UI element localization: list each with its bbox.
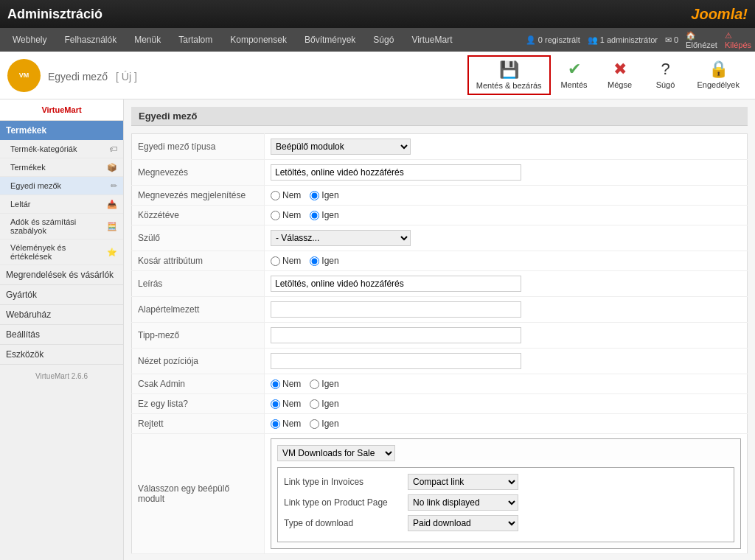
kosar-nem-radio[interactable] — [271, 256, 280, 266]
megj-igen-radio[interactable] — [310, 191, 319, 200]
sidebar-nav-webaruhaz[interactable]: Webáruház — [0, 305, 123, 325]
sidebar-nav-gyartok[interactable]: Gyártók — [0, 285, 123, 305]
field-rejtett: Rejtett Nem Igen — [132, 414, 748, 434]
save-close-icon: 💾 — [499, 60, 519, 80]
field-kosar: Kosár attribútum Nem Igen — [132, 251, 748, 271]
lista-nem-label[interactable]: Nem — [271, 399, 301, 409]
nav-tartalom[interactable]: Tartalom — [170, 30, 221, 49]
download-type-label: Type of download — [284, 518, 402, 528]
save-close-button[interactable]: 💾 Mentés & bezárás — [467, 55, 551, 95]
rejtett-igen-radio[interactable] — [310, 419, 319, 429]
field-csak-admin-value: Nem Igen — [265, 374, 748, 394]
field-kosar-value: Nem Igen — [265, 251, 748, 271]
sidebar-item-termek-kategoriak[interactable]: Termék-kategóriák — [0, 140, 123, 158]
sidebar-item-leltar[interactable]: Leltár — [0, 195, 123, 214]
leiras-input[interactable] — [271, 276, 521, 292]
lista-nem-radio[interactable] — [271, 399, 280, 409]
nav-webhely[interactable]: Webhely — [4, 30, 55, 49]
kosar-igen-label[interactable]: Igen — [310, 256, 338, 266]
app-title: Adminisztráció — [7, 7, 691, 22]
nav-logout[interactable]: ⚠ Kilépés — [725, 31, 751, 49]
field-leiras-value — [265, 271, 748, 297]
sidebar-item-adok[interactable]: Adók és számítási szabályok — [0, 214, 123, 239]
alapert-input[interactable] — [271, 301, 521, 318]
csak-admin-nem-label[interactable]: Nem — [271, 379, 301, 389]
sidebar-nav-eszkozok[interactable]: Eszközök — [0, 345, 123, 365]
megj-radio-group: Nem Igen — [271, 190, 741, 200]
sidebar-nav-beallitas[interactable]: Beállítás — [0, 325, 123, 345]
page-title: Egyedi mező [ Új ] — [48, 66, 137, 85]
module-inner: Link type in Invoices Compact link Full … — [278, 468, 734, 542]
tipp-input[interactable] — [271, 327, 521, 343]
csak-admin-igen-radio[interactable] — [310, 379, 319, 389]
csak-admin-nem-radio[interactable] — [271, 379, 280, 389]
link-invoices-select[interactable]: Compact link Full link No link displayed — [408, 474, 518, 490]
lista-igen-radio[interactable] — [310, 399, 319, 409]
nav-sugo[interactable]: Súgó — [364, 30, 403, 49]
rejtett-nem-radio[interactable] — [271, 419, 280, 429]
sidebar-version: VirtueMart 2.6.6 — [0, 365, 123, 388]
cancel-button[interactable]: ✖ Mégse — [598, 55, 642, 95]
field-kozzeteve: Közzétéve Nem Igen — [132, 206, 748, 225]
nav-felhasznalok[interactable]: Felhasználók — [55, 30, 125, 49]
field-rejtett-label: Rejtett — [132, 414, 265, 434]
nav-registered: 👤 0 regisztrált — [526, 35, 580, 45]
megj-igen-label[interactable]: Igen — [310, 190, 338, 200]
field-lista: Ez egy lista? Nem Igen — [132, 394, 748, 414]
nav-komponensek[interactable]: Komponensek — [221, 30, 296, 49]
tray-icon — [107, 199, 117, 209]
download-type-select[interactable]: Paid download Free download — [408, 515, 518, 531]
tag-icon — [109, 144, 117, 154]
calc-icon — [107, 221, 117, 231]
kosar-nem-label[interactable]: Nem — [271, 256, 301, 266]
nav-bovitmenyek[interactable]: Bővítmények — [296, 30, 364, 49]
field-szulo: Szülő - Válassz... — [132, 225, 748, 251]
link-product-label: Link type on Product Page — [284, 497, 402, 508]
field-megj-label: Megnevezés megjelenítése — [132, 186, 265, 206]
nav-virtuemart[interactable]: VirtueMart — [403, 30, 461, 49]
megnevezes-input[interactable] — [271, 164, 521, 181]
content-area: Egyedi mező Egyedi mező típusa Beépülő m… — [124, 99, 755, 560]
permissions-button[interactable]: 🔒 Engedélyek — [689, 55, 748, 95]
lista-igen-label[interactable]: Igen — [310, 399, 338, 409]
nav-right-area: 👤 0 regisztrált 👥 1 adminisztrátor ✉ 0 🏠… — [526, 31, 751, 49]
rejtett-igen-label[interactable]: Igen — [310, 419, 338, 429]
virtuemart-logo: VM — [7, 59, 41, 92]
sidebar-item-velemenyek[interactable]: Vélemények és értékelések — [0, 239, 123, 265]
kosar-igen-radio[interactable] — [310, 256, 319, 266]
sidebar-item-termekek[interactable]: Termékek — [0, 158, 123, 177]
megj-nem-label[interactable]: Nem — [271, 190, 301, 200]
field-tipp: Tipp-mező — [132, 323, 748, 349]
kozzeteve-nem-label[interactable]: Nem — [271, 210, 301, 220]
nav-bar: Webhely Felhasználók Menük Tartalom Komp… — [0, 28, 755, 52]
field-tipp-label: Tipp-mező — [132, 323, 265, 349]
tipus-select[interactable]: Beépülő modulok — [271, 139, 411, 155]
lista-radio-group: Nem Igen — [271, 399, 741, 409]
field-kosar-label: Kosár attribútum — [132, 251, 265, 271]
link-product-select[interactable]: No link displayed Compact link Full link — [408, 494, 518, 511]
field-megnevezes-value — [265, 160, 748, 186]
sidebar-nav-megrendelesek[interactable]: Megrendelések és vásárlók — [0, 265, 123, 285]
rejtett-nem-label[interactable]: Nem — [271, 419, 301, 429]
field-nezet: Nézet pozíciója — [132, 349, 748, 374]
megj-nem-radio[interactable] — [271, 191, 280, 200]
sidebar-section-termekek[interactable]: Termékek — [0, 121, 123, 140]
field-plugin-label: Válasszon egy beépülő modult — [132, 434, 265, 554]
nav-menuk[interactable]: Menük — [125, 30, 170, 49]
plugin-module-select[interactable]: VM Downloads for Sale — [277, 445, 395, 461]
csak-admin-igen-label[interactable]: Igen — [310, 379, 338, 389]
field-alapert-value — [265, 297, 748, 323]
help-button[interactable]: ? Súgó — [644, 55, 688, 95]
sidebar-item-egyedi-mezok[interactable]: Egyedi mezők — [0, 177, 123, 195]
szulo-select[interactable]: - Válassz... — [271, 230, 411, 246]
field-tipp-value — [265, 323, 748, 349]
admin-icon: 👥 — [588, 35, 598, 45]
save-button[interactable]: ✔ Mentés — [552, 55, 596, 95]
permissions-icon: 🔒 — [709, 60, 728, 79]
kozzeteve-igen-label[interactable]: Igen — [310, 210, 338, 220]
field-nezet-label: Nézet pozíciója — [132, 349, 265, 374]
nav-preview[interactable]: 🏠 Előnézet — [686, 31, 717, 49]
nezet-input[interactable] — [271, 353, 521, 369]
kozzeteve-nem-radio[interactable] — [271, 211, 280, 220]
kozzeteve-igen-radio[interactable] — [310, 211, 319, 220]
